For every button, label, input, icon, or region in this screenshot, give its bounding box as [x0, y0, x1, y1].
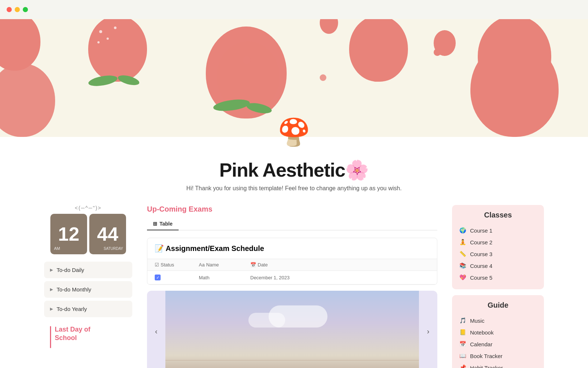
- last-day-item[interactable]: Last Day of School: [44, 320, 132, 353]
- window-chrome: [0, 0, 588, 19]
- table-icon: ⊞: [153, 221, 157, 227]
- subtitle-text: Hi! Thank you for using this template! F…: [0, 185, 588, 192]
- assignment-header: 📝 Assignment/Exam Schedule: [147, 238, 437, 259]
- date-icon: 📅: [250, 262, 256, 268]
- todo-monthly-label: To-do Monthly: [57, 286, 91, 293]
- guide-item-calendar[interactable]: 📅 Calendar: [459, 338, 537, 350]
- last-day-text: Last Day of School: [55, 325, 90, 343]
- clock-widget: <(─^─")> 12 AM 44 SATURDAY: [44, 205, 132, 254]
- last-day-border: [50, 326, 51, 348]
- page-icon: 🍄: [277, 117, 311, 148]
- course5-icon: 💖: [459, 274, 466, 281]
- course3-icon: 📏: [459, 251, 466, 257]
- guide-panel: Guide 🎵 Music 📒 Notebook 📅 Calendar 📖 Bo…: [452, 295, 544, 368]
- guide-item-habit-tracker[interactable]: 📌 Habit Tracker: [459, 362, 537, 368]
- todo-yearly-label: To-do Yearly: [57, 306, 87, 312]
- flower-emoji: 🌸: [345, 159, 369, 181]
- arrow-icon: ▶: [50, 307, 53, 311]
- close-button[interactable]: [7, 7, 12, 12]
- todo-monthly[interactable]: ▶ To-do Monthly: [44, 281, 132, 298]
- title-text: Pink Aesthetic: [219, 159, 345, 181]
- clock-display: 12 AM 44 SATURDAY: [50, 214, 126, 254]
- guide-panel-title: Guide: [459, 301, 537, 309]
- classes-panel: Classes 🌍 Course 1 🧘 Course 2 📏 Course 3…: [452, 205, 544, 289]
- checkbox-icon: ☑: [155, 262, 159, 268]
- last-day-line1: Last Day of: [55, 325, 90, 334]
- course1-icon: 🌍: [459, 227, 466, 234]
- cloud2: [248, 313, 285, 328]
- classes-item-3[interactable]: 📏 Course 3: [459, 248, 537, 260]
- book-tracker-icon: 📖: [459, 353, 466, 359]
- music-icon: 🎵: [459, 317, 466, 324]
- assignment-section: 📝 Assignment/Exam Schedule ☑ Status Aa N…: [147, 238, 437, 285]
- name-icon: Aa: [199, 262, 205, 268]
- row-name: Math: [199, 275, 250, 280]
- calendar-icon: 📅: [459, 341, 466, 347]
- clock-am-pm: AM: [54, 246, 60, 251]
- todo-daily-label: To-do Daily: [57, 267, 84, 273]
- clock-minute: 44 SATURDAY: [89, 214, 126, 254]
- course4-icon: 📚: [459, 262, 466, 269]
- clock-day: SATURDAY: [104, 247, 123, 251]
- carousel-image-area: [165, 291, 419, 368]
- classes-item-2[interactable]: 🧘 Course 2: [459, 236, 537, 248]
- middle-column: Up-Coming Exams ⊞ Table 📝 Assignment/Exa…: [147, 205, 437, 368]
- carousel-next-button[interactable]: ›: [419, 291, 437, 368]
- three-col-layout: <(─^─")> 12 AM 44 SATURDAY ▶ To-do Daily: [0, 205, 588, 368]
- habit-tracker-icon: 📌: [459, 364, 466, 368]
- sky-image: [165, 291, 419, 368]
- todo-daily[interactable]: ▶ To-do Daily: [44, 262, 132, 278]
- last-day-line2: School: [55, 334, 90, 342]
- right-sidebar: Classes 🌍 Course 1 🧘 Course 2 📏 Course 3…: [452, 205, 544, 368]
- checkbox-checked[interactable]: ✓: [155, 275, 161, 280]
- kaomoji-text: <(─^─")>: [75, 205, 101, 211]
- carousel-prev-button[interactable]: ‹: [147, 291, 165, 368]
- arrow-icon: ▶: [50, 268, 53, 272]
- tab-table-label: Table: [159, 221, 173, 227]
- row-status[interactable]: ✓: [155, 275, 199, 280]
- classes-panel-title: Classes: [459, 211, 537, 219]
- notebook-icon: 📒: [459, 329, 466, 336]
- todo-yearly[interactable]: ▶ To-do Yearly: [44, 301, 132, 317]
- col-date-header: 📅 Date: [250, 262, 430, 268]
- guide-item-music[interactable]: 🎵 Music: [459, 315, 537, 326]
- minimize-button[interactable]: [15, 7, 20, 12]
- tab-table[interactable]: ⊞ Table: [147, 218, 179, 230]
- arrow-icon: ▶: [50, 287, 53, 292]
- table-header-row: ☑ Status Aa Name 📅 Date: [147, 259, 437, 271]
- maximize-button[interactable]: [23, 7, 28, 12]
- col-status-header: ☑ Status: [155, 262, 199, 268]
- table-row: ✓ Math December 1, 2023: [147, 271, 437, 284]
- course2-icon: 🧘: [459, 239, 466, 245]
- clock-hour: 12 AM: [50, 214, 87, 254]
- left-sidebar: <(─^─")> 12 AM 44 SATURDAY ▶ To-do Daily: [44, 205, 132, 368]
- guide-item-notebook[interactable]: 📒 Notebook: [459, 326, 537, 338]
- main-content: Pink Aesthetic🌸 Hi! Thank you for using …: [0, 137, 588, 368]
- row-date: December 1, 2023: [250, 275, 430, 280]
- page-title: Pink Aesthetic🌸: [0, 159, 588, 181]
- classes-item-5[interactable]: 💖 Course 5: [459, 272, 537, 283]
- image-carousel: ‹ ›: [147, 291, 437, 368]
- exams-section-title: Up-Coming Exams: [147, 205, 437, 213]
- guide-item-book-tracker[interactable]: 📖 Book Tracker: [459, 350, 537, 362]
- tab-bar: ⊞ Table: [147, 218, 437, 230]
- classes-item-1[interactable]: 🌍 Course 1: [459, 224, 537, 236]
- classes-item-4[interactable]: 📚 Course 4: [459, 260, 537, 272]
- col-name-header: Aa Name: [199, 262, 250, 268]
